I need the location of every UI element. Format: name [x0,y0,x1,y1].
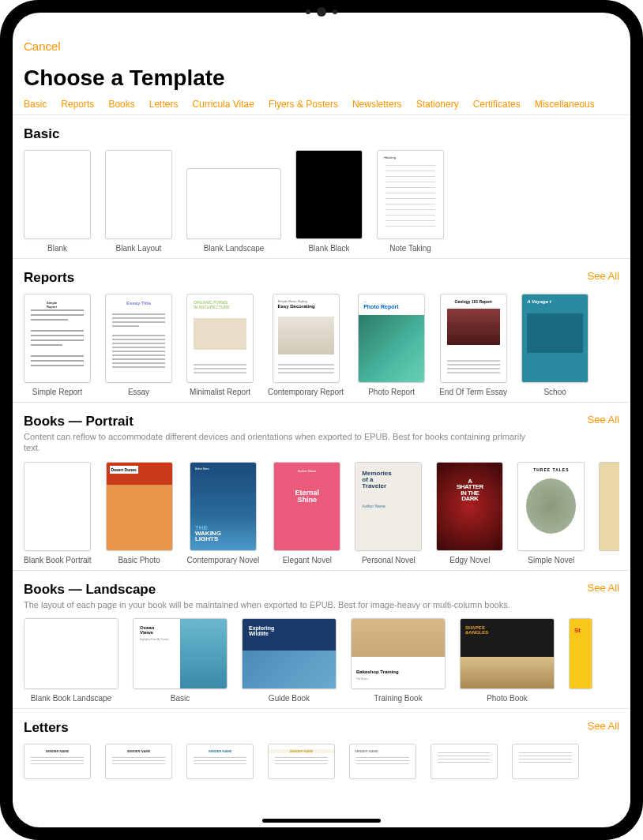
tab-letters[interactable]: Letters [149,99,179,110]
template-label: Contemporary Novel [187,556,260,565]
divider [13,258,630,259]
template-minimalist-report[interactable]: ORGANIC FORMSIN ARCHITECTURE [186,294,254,383]
section-title: Letters [24,720,69,736]
template-letter-1[interactable]: SENDER NAME [24,744,91,779]
template-training-book[interactable]: Bakeshop TrainingThe Basics [351,618,446,689]
section-title: Reports [24,270,74,286]
section-description: The layout of each page in your book wil… [24,599,510,610]
screen: Cancel Choose a Template Basic Reports B… [13,13,630,827]
template-label: Guide Book [269,694,310,703]
section-books-portrait: Books — Portrait Content can reflow to a… [24,414,619,565]
template-photo-report[interactable]: —Photo Report [358,294,425,383]
template-label: Blank Book Portrait [24,556,92,565]
tab-reports[interactable]: Reports [61,99,94,110]
section-letters: Letters See All SENDER NAME SENDER NAME … [24,720,619,779]
template-letter-6[interactable] [431,744,498,779]
template-label: Blank [47,244,67,253]
tab-cv[interactable]: Curricula Vitae [192,99,254,110]
template-label: Essay [128,388,149,397]
template-blank-black[interactable] [295,150,363,239]
template-basic-photo[interactable]: Desert Dunes [106,462,173,551]
template-personal-novel[interactable]: Memoriesof aTravelerAuthor Name [355,462,422,551]
see-all-button[interactable]: See All [588,270,619,282]
template-label: End Of Term Essay [439,388,507,397]
template-blank-landscape[interactable] [186,168,281,239]
section-books-landscape: Books — Landscape The layout of each pag… [24,582,619,703]
template-label: Basic Photo [118,556,160,565]
tab-basic[interactable]: Basic [24,99,47,110]
see-all-button[interactable]: See All [588,720,619,732]
divider [13,570,630,571]
template-note-taking[interactable]: Heading [377,150,444,239]
template-label: Contemporary Report [268,388,344,397]
divider [13,114,630,115]
template-edgy-novel[interactable]: ASHATTERIN THEDARK [436,462,503,551]
tab-newsletters[interactable]: Newsletters [352,99,402,110]
template-label: Blank Landscape [204,244,265,253]
template-essay[interactable]: Essay Title [105,294,172,383]
template-letter-3[interactable]: SENDER NAME [186,744,254,779]
template-end-of-term-essay[interactable]: Geology 101 Report [440,294,507,383]
tab-certificates[interactable]: Certificates [473,99,521,110]
tab-books[interactable]: Books [108,99,134,110]
template-letter-2[interactable]: SENDER NAME [105,744,172,779]
page-title: Choose a Template [24,66,619,91]
section-title: Books — Landscape [24,582,510,598]
template-photo-book[interactable]: SHAPES&ANGLES [460,618,555,689]
template-blank-book-portrait[interactable] [24,462,91,551]
template-school-report[interactable]: A Voyage t [521,294,588,383]
template-label: Elegant Novel [283,556,332,565]
section-description: Content can reflow to accommodate differ… [24,431,529,454]
template-letter-5[interactable]: SENDER NAME [349,744,416,779]
template-label: Simple Novel [528,556,574,565]
tab-stationery[interactable]: Stationery [416,99,459,110]
template-label: Blank Layout [116,244,162,253]
template-contemporary-novel[interactable]: Author NameTHEWAKINGLIGHTS [190,462,257,551]
template-label: Basic [171,694,190,703]
template-simple-novel[interactable]: THREE TALES [517,462,585,551]
see-all-button[interactable]: See All [588,414,619,426]
template-basic-landscape[interactable]: OceanViewsHighlights From My Travels [133,618,227,689]
template-label: Blank Black [308,244,349,253]
home-indicator[interactable] [262,819,381,823]
divider [13,708,630,709]
template-label: Simple Report [32,388,82,397]
section-basic: Basic Blank Blank Layout Blank Landscape [24,126,619,253]
template-blank-book-landscape[interactable] [24,618,118,689]
template-label: Minimalist Report [190,388,250,397]
template-label: Personal Novel [362,556,416,565]
section-title: Books — Portrait [24,414,529,429]
template-label: Training Book [374,694,422,703]
ipad-frame: Cancel Choose a Template Basic Reports B… [0,0,643,840]
template-more-landscape[interactable]: St [569,618,592,689]
template-letter-4[interactable]: SENDER NAME [268,744,335,779]
section-title: Basic [24,126,59,142]
template-label: Photo Book [487,694,528,703]
template-label: Note Taking [389,244,431,253]
template-more[interactable] [599,462,619,551]
template-simple-report[interactable]: Simple Report [24,294,91,383]
template-blank-layout[interactable] [105,150,172,239]
template-label: Schoo [543,388,566,397]
template-blank[interactable] [24,150,91,239]
see-all-button[interactable]: See All [588,582,619,594]
template-elegant-novel[interactable]: Author NameEternalShine [273,462,340,551]
header: Cancel Choose a Template Basic Reports B… [24,13,619,110]
cancel-button[interactable]: Cancel [24,39,619,53]
category-tabs: Basic Reports Books Letters Curricula Vi… [24,99,619,110]
tab-flyers[interactable]: Flyers & Posters [269,99,338,110]
template-guide-book[interactable]: ExploringWildlife [242,618,337,689]
camera-notch [278,5,365,19]
template-contemporary-report[interactable]: Simple Home StylingEasy Decorating [273,294,340,383]
template-letter-7[interactable] [512,744,579,779]
tab-misc[interactable]: Miscellaneous [535,99,595,110]
divider [13,402,630,403]
template-label: Photo Report [368,388,415,397]
template-label: Blank Book Landscape [31,694,111,703]
template-label: Edgy Novel [449,556,490,565]
section-reports: Reports See All Simple Report Simple Rep… [24,270,619,397]
